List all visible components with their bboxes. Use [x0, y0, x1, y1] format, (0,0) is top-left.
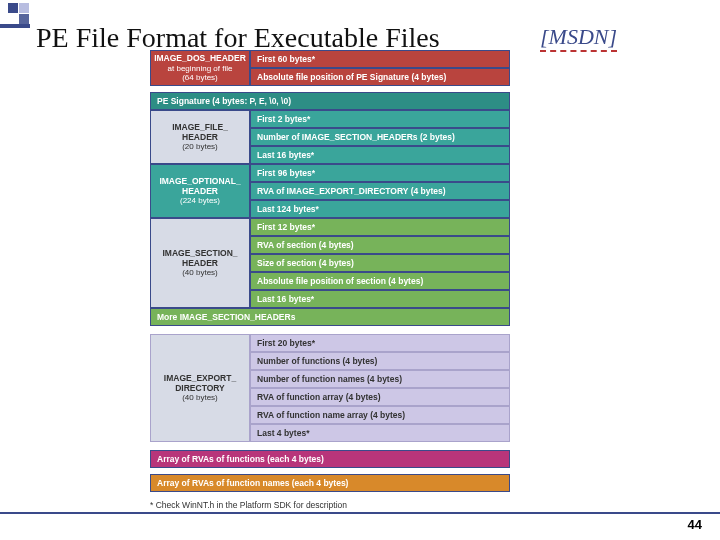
section-header-label: IMAGE_SECTION_ HEADER (40 bytes) — [150, 218, 250, 308]
label-text: IMAGE_SECTION_ — [162, 248, 237, 258]
export-directory-label: IMAGE_EXPORT_ DIRECTORY (40 bytes) — [150, 334, 250, 442]
top-strip — [0, 24, 30, 28]
label-text: IMAGE_EXPORT_ — [164, 373, 236, 383]
pe-signature: PE Signature (4 bytes: P, E, \0, \0) — [150, 92, 510, 110]
sh-field-0: First 12 bytes* — [250, 218, 510, 236]
more-section-headers: More IMAGE_SECTION_HEADERs — [150, 308, 510, 326]
sh-field-1: RVA of section (4 bytes) — [250, 236, 510, 254]
oh-field-1: RVA of IMAGE_EXPORT_DIRECTORY (4 bytes) — [250, 182, 510, 200]
sh-field-3: Absolute file position of section (4 byt… — [250, 272, 510, 290]
fh-field-0: First 2 bytes* — [250, 110, 510, 128]
label-text: IMAGE_FILE_ — [172, 122, 228, 132]
label-text2: HEADER — [182, 258, 218, 268]
section-header-row: IMAGE_SECTION_ HEADER (40 bytes) First 1… — [150, 218, 510, 308]
dos-header-row: IMAGE_DOS_HEADER at beginning of file (6… — [150, 50, 510, 86]
ed-field-3: RVA of function array (4 bytes) — [250, 388, 510, 406]
file-header-label: IMAGE_FILE_ HEADER (20 bytes) — [150, 110, 250, 164]
label-text: IMAGE_OPTIONAL_ — [159, 176, 240, 186]
oh-field-2: Last 124 bytes* — [250, 200, 510, 218]
label-sub: (40 bytes) — [182, 393, 218, 403]
oh-field-0: First 96 bytes* — [250, 164, 510, 182]
fh-field-1: Number of IMAGE_SECTION_HEADERs (2 bytes… — [250, 128, 510, 146]
label-sub2: (64 bytes) — [182, 73, 218, 83]
dos-field-1: Absolute file position of PE Signature (… — [250, 68, 510, 86]
label-sub1: at beginning of file — [168, 64, 233, 74]
optional-header-row: IMAGE_OPTIONAL_ HEADER (224 bytes) First… — [150, 164, 510, 218]
ed-field-4: RVA of function name array (4 bytes) — [250, 406, 510, 424]
footnote: * Check WinNT.h in the Platform SDK for … — [150, 500, 347, 510]
function-array: Array of RVAs of functions (each 4 bytes… — [150, 450, 510, 468]
label-text2: DIRECTORY — [175, 383, 225, 393]
sh-field-2: Size of section (4 bytes) — [250, 254, 510, 272]
function-name-array: Array of RVAs of function names (each 4 … — [150, 474, 510, 492]
label-text2: HEADER — [182, 186, 218, 196]
ed-field-0: First 20 bytes* — [250, 334, 510, 352]
optional-header-label: IMAGE_OPTIONAL_ HEADER (224 bytes) — [150, 164, 250, 218]
page-number: 44 — [688, 517, 702, 532]
sh-field-4: Last 16 bytes* — [250, 290, 510, 308]
ed-field-1: Number of functions (4 bytes) — [250, 352, 510, 370]
dos-field-0: First 60 bytes* — [250, 50, 510, 68]
label-sub: (40 bytes) — [182, 268, 218, 278]
ed-field-5: Last 4 bytes* — [250, 424, 510, 442]
export-directory-row: IMAGE_EXPORT_ DIRECTORY (40 bytes) First… — [150, 334, 510, 442]
citation-link[interactable]: [MSDN] — [540, 24, 617, 52]
dos-header-label: IMAGE_DOS_HEADER at beginning of file (6… — [150, 50, 250, 86]
ed-field-2: Number of function names (4 bytes) — [250, 370, 510, 388]
pe-format-diagram: IMAGE_DOS_HEADER at beginning of file (6… — [150, 50, 510, 492]
label-text2: HEADER — [182, 132, 218, 142]
label-sub: (20 bytes) — [182, 142, 218, 152]
label-text: IMAGE_DOS_HEADER — [154, 53, 246, 63]
file-header-row: IMAGE_FILE_ HEADER (20 bytes) First 2 by… — [150, 110, 510, 164]
bottom-rule — [0, 512, 720, 514]
label-sub: (224 bytes) — [180, 196, 220, 206]
fh-field-2: Last 16 bytes* — [250, 146, 510, 164]
